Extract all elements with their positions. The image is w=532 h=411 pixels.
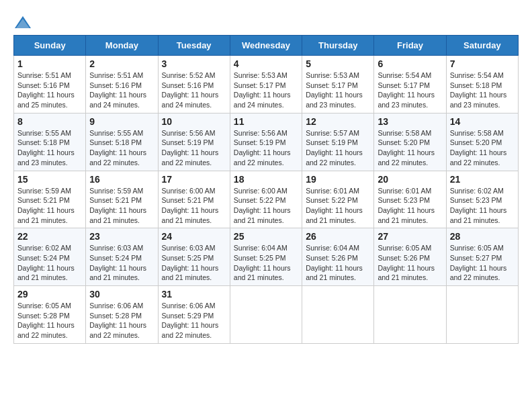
day-info: Sunrise: 5:51 AM Sunset: 5:16 PM Dayligh… <box>17 71 82 110</box>
page-container: SundayMondayTuesdayWednesdayThursdayFrid… <box>13 13 519 344</box>
calendar-cell: 21Sunrise: 6:02 AM Sunset: 5:23 PM Dayli… <box>446 171 518 228</box>
day-info: Sunrise: 6:01 AM Sunset: 5:22 PM Dayligh… <box>306 186 370 226</box>
day-info: Sunrise: 5:55 AM Sunset: 5:18 PM Dayligh… <box>89 128 154 168</box>
weekday-header-tuesday: Tuesday <box>158 36 230 56</box>
calendar-cell: 25Sunrise: 6:04 AM Sunset: 5:25 PM Dayli… <box>230 228 302 286</box>
day-number: 25 <box>234 231 298 242</box>
weekday-header-row: SundayMondayTuesdayWednesdayThursdayFrid… <box>14 36 519 56</box>
weekday-header-monday: Monday <box>86 36 158 56</box>
calendar-cell: 18Sunrise: 6:00 AM Sunset: 5:22 PM Dayli… <box>230 171 302 228</box>
day-info: Sunrise: 5:51 AM Sunset: 5:16 PM Dayligh… <box>89 71 154 110</box>
day-number: 19 <box>306 174 370 185</box>
day-number: 21 <box>450 174 515 185</box>
day-number: 10 <box>162 116 226 127</box>
calendar-cell: 23Sunrise: 6:03 AM Sunset: 5:24 PM Dayli… <box>86 228 158 286</box>
calendar-week-1: 1Sunrise: 5:51 AM Sunset: 5:16 PM Daylig… <box>14 56 519 113</box>
calendar-cell: 16Sunrise: 5:59 AM Sunset: 5:21 PM Dayli… <box>86 171 158 228</box>
day-number: 16 <box>89 174 154 185</box>
day-number: 7 <box>450 58 515 69</box>
day-number: 14 <box>450 116 515 127</box>
weekday-header-wednesday: Wednesday <box>230 36 302 56</box>
calendar-week-5: 29Sunrise: 6:05 AM Sunset: 5:28 PM Dayli… <box>14 286 519 344</box>
day-number: 23 <box>89 231 154 242</box>
day-number: 4 <box>234 58 298 69</box>
calendar-cell <box>374 286 446 344</box>
day-info: Sunrise: 6:04 AM Sunset: 5:26 PM Dayligh… <box>306 243 370 283</box>
day-info: Sunrise: 6:06 AM Sunset: 5:28 PM Dayligh… <box>89 301 154 340</box>
day-info: Sunrise: 6:02 AM Sunset: 5:24 PM Dayligh… <box>17 243 82 283</box>
day-number: 20 <box>378 174 442 185</box>
day-number: 2 <box>89 58 154 69</box>
day-number: 15 <box>17 174 82 185</box>
calendar-cell: 22Sunrise: 6:02 AM Sunset: 5:24 PM Dayli… <box>14 228 86 286</box>
calendar-cell: 20Sunrise: 6:01 AM Sunset: 5:23 PM Dayli… <box>374 171 446 228</box>
day-info: Sunrise: 6:00 AM Sunset: 5:22 PM Dayligh… <box>234 186 298 226</box>
calendar-table: SundayMondayTuesdayWednesdayThursdayFrid… <box>13 35 519 344</box>
day-info: Sunrise: 5:59 AM Sunset: 5:21 PM Dayligh… <box>17 186 82 226</box>
day-number: 18 <box>234 174 298 185</box>
day-number: 3 <box>162 58 226 69</box>
day-info: Sunrise: 5:56 AM Sunset: 5:19 PM Dayligh… <box>234 128 298 168</box>
day-info: Sunrise: 5:54 AM Sunset: 5:18 PM Dayligh… <box>450 71 515 110</box>
calendar-cell: 10Sunrise: 5:56 AM Sunset: 5:19 PM Dayli… <box>158 113 230 171</box>
calendar-cell: 1Sunrise: 5:51 AM Sunset: 5:16 PM Daylig… <box>14 56 86 113</box>
calendar-cell: 26Sunrise: 6:04 AM Sunset: 5:26 PM Dayli… <box>302 228 374 286</box>
weekday-header-thursday: Thursday <box>302 36 374 56</box>
day-info: Sunrise: 5:53 AM Sunset: 5:17 PM Dayligh… <box>234 71 298 110</box>
day-number: 29 <box>17 289 82 300</box>
day-info: Sunrise: 5:57 AM Sunset: 5:19 PM Dayligh… <box>306 128 370 168</box>
calendar-cell: 7Sunrise: 5:54 AM Sunset: 5:18 PM Daylig… <box>446 56 518 113</box>
day-number: 26 <box>306 231 370 242</box>
weekday-header-sunday: Sunday <box>14 36 86 56</box>
calendar-cell: 19Sunrise: 6:01 AM Sunset: 5:22 PM Dayli… <box>302 171 374 228</box>
weekday-header-saturday: Saturday <box>446 36 518 56</box>
day-number: 24 <box>162 231 226 242</box>
logo <box>13 13 34 32</box>
calendar-week-4: 22Sunrise: 6:02 AM Sunset: 5:24 PM Dayli… <box>14 228 519 286</box>
calendar-cell <box>230 286 302 344</box>
calendar-cell: 9Sunrise: 5:55 AM Sunset: 5:18 PM Daylig… <box>86 113 158 171</box>
day-number: 27 <box>378 231 442 242</box>
day-info: Sunrise: 6:02 AM Sunset: 5:23 PM Dayligh… <box>450 186 515 226</box>
day-info: Sunrise: 6:00 AM Sunset: 5:21 PM Dayligh… <box>162 186 226 226</box>
day-info: Sunrise: 5:53 AM Sunset: 5:17 PM Dayligh… <box>306 71 370 110</box>
day-info: Sunrise: 5:58 AM Sunset: 5:20 PM Dayligh… <box>378 128 442 168</box>
calendar-week-3: 15Sunrise: 5:59 AM Sunset: 5:21 PM Dayli… <box>14 171 519 228</box>
calendar-cell: 24Sunrise: 6:03 AM Sunset: 5:25 PM Dayli… <box>158 228 230 286</box>
day-number: 6 <box>378 58 442 69</box>
day-info: Sunrise: 5:59 AM Sunset: 5:21 PM Dayligh… <box>89 186 154 226</box>
calendar-cell: 8Sunrise: 5:55 AM Sunset: 5:18 PM Daylig… <box>14 113 86 171</box>
day-number: 28 <box>450 231 515 242</box>
header <box>13 13 519 32</box>
day-number: 5 <box>306 58 370 69</box>
day-info: Sunrise: 5:52 AM Sunset: 5:16 PM Dayligh… <box>162 71 226 110</box>
day-info: Sunrise: 5:55 AM Sunset: 5:18 PM Dayligh… <box>17 128 82 168</box>
calendar-cell: 3Sunrise: 5:52 AM Sunset: 5:16 PM Daylig… <box>158 56 230 113</box>
day-info: Sunrise: 6:05 AM Sunset: 5:28 PM Dayligh… <box>17 301 82 340</box>
day-number: 31 <box>162 289 226 300</box>
calendar-cell: 17Sunrise: 6:00 AM Sunset: 5:21 PM Dayli… <box>158 171 230 228</box>
logo-icon <box>13 13 32 32</box>
calendar-cell: 6Sunrise: 5:54 AM Sunset: 5:17 PM Daylig… <box>374 56 446 113</box>
day-info: Sunrise: 6:03 AM Sunset: 5:25 PM Dayligh… <box>162 243 226 283</box>
day-info: Sunrise: 6:05 AM Sunset: 5:26 PM Dayligh… <box>378 243 442 283</box>
day-number: 1 <box>17 58 82 69</box>
calendar-header: SundayMondayTuesdayWednesdayThursdayFrid… <box>14 36 519 56</box>
day-number: 17 <box>162 174 226 185</box>
day-info: Sunrise: 6:01 AM Sunset: 5:23 PM Dayligh… <box>378 186 442 226</box>
calendar-cell: 28Sunrise: 6:05 AM Sunset: 5:27 PM Dayli… <box>446 228 518 286</box>
day-info: Sunrise: 6:06 AM Sunset: 5:29 PM Dayligh… <box>162 301 226 340</box>
day-info: Sunrise: 5:58 AM Sunset: 5:20 PM Dayligh… <box>450 128 515 168</box>
calendar-cell <box>302 286 374 344</box>
day-info: Sunrise: 5:54 AM Sunset: 5:17 PM Dayligh… <box>378 71 442 110</box>
calendar-cell: 30Sunrise: 6:06 AM Sunset: 5:28 PM Dayli… <box>86 286 158 344</box>
calendar-cell: 5Sunrise: 5:53 AM Sunset: 5:17 PM Daylig… <box>302 56 374 113</box>
calendar-body: 1Sunrise: 5:51 AM Sunset: 5:16 PM Daylig… <box>14 56 519 344</box>
day-info: Sunrise: 6:04 AM Sunset: 5:25 PM Dayligh… <box>234 243 298 283</box>
calendar-cell: 11Sunrise: 5:56 AM Sunset: 5:19 PM Dayli… <box>230 113 302 171</box>
day-number: 30 <box>89 289 154 300</box>
calendar-week-2: 8Sunrise: 5:55 AM Sunset: 5:18 PM Daylig… <box>14 113 519 171</box>
day-number: 22 <box>17 231 82 242</box>
calendar-cell: 27Sunrise: 6:05 AM Sunset: 5:26 PM Dayli… <box>374 228 446 286</box>
calendar-cell <box>446 286 518 344</box>
